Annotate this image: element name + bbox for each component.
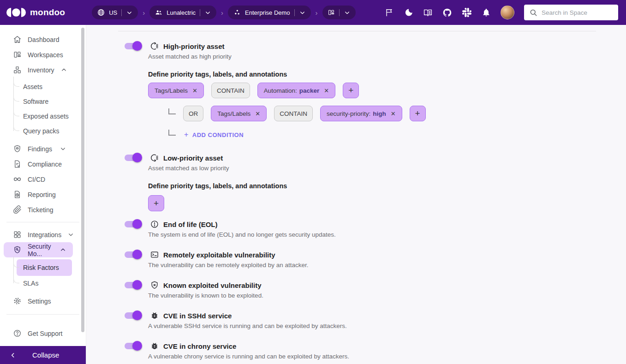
risk-toggle[interactable] [124,280,142,290]
sidebar-item-label: Findings [28,145,52,153]
sidebar-item-slas[interactable]: SLAs [0,276,86,291]
risk-description: Asset matched as high priority [148,53,596,61]
pill-divider [121,9,122,16]
sidebar-item-software[interactable]: Software [0,94,86,109]
risk-factors-page: High-priority asset Asset matched as hig… [86,25,626,364]
chevron-down-icon[interactable] [344,9,351,16]
risk-factor-remotely-exploitable: Remotely exploitable vulnerability The v… [118,249,596,270]
mondoo-logo[interactable]: mondoo [6,7,65,18]
chevron-down-icon[interactable] [126,9,133,16]
sidebar-item-security-monitoring[interactable]: Security Mo... [4,242,73,257]
organization-selector[interactable]: Lunalectric [149,6,216,19]
dark-mode-moon-icon[interactable] [404,8,413,18]
add-value-button[interactable]: + [343,83,359,98]
home-icon [13,35,22,44]
add-condition-button[interactable]: +ADD CONDITION [184,131,244,139]
field-chip[interactable]: Tags/Labels✕ [211,106,267,121]
remove-icon[interactable]: ✕ [324,87,329,94]
condition-row: Tags/Labels✕ CONTAIN Automation:packer✕ … [148,83,596,98]
workspaces-icon [13,50,22,59]
add-condition-plus-button[interactable]: + [148,195,164,211]
alert-circle-icon [150,220,159,229]
globe-icon [97,8,105,17]
join-chip[interactable]: OR [183,106,203,121]
breadcrumb-separator: › [143,9,145,17]
sidebar-item-workspaces[interactable]: Workspaces [0,47,86,62]
field-chip[interactable]: Tags/Labels✕ [148,83,204,98]
user-avatar[interactable] [501,6,514,19]
sidebar-item-ticketing[interactable]: Ticketing [0,202,86,217]
priority-high-icon [150,42,159,51]
slack-icon[interactable] [462,8,471,18]
flag-icon[interactable] [384,8,394,18]
operator-chip[interactable]: CONTAIN [211,83,250,98]
workspace-selector[interactable] [322,6,356,19]
topbar-actions [384,5,618,20]
integrations-apps-icon [13,230,22,239]
plus-icon: + [184,131,189,139]
region-selector[interactable]: US [92,6,138,19]
collapse-button[interactable]: Collapse [0,346,86,364]
risk-toggle[interactable] [124,341,142,351]
notifications-bell-icon[interactable] [481,8,491,18]
pill-divider [200,9,200,16]
risk-title: Low-priority asset [163,154,223,162]
help-circle-icon [13,329,22,338]
sidebar-item-inventory[interactable]: Inventory [0,62,86,78]
risk-title: Known exploited vulnerability [163,281,262,289]
sidebar-item-risk-factors[interactable]: Risk Factors [0,259,86,276]
operator-chip[interactable]: CONTAIN [274,106,313,121]
sidebar-item-label: Integrations [28,231,61,239]
add-value-button[interactable]: + [410,106,426,121]
sidebar-item-get-support[interactable]: Get Support [0,326,86,341]
pill-divider [339,9,340,16]
risk-toggle[interactable] [124,250,142,260]
space-selector[interactable]: Enterprise Demo [228,6,311,19]
remove-icon[interactable]: ✕ [192,87,197,94]
risk-factor-high-priority-asset: High-priority asset Asset matched as hig… [118,41,596,138]
bug-icon [150,311,159,320]
value-chip[interactable]: security-priority:high✕ [320,106,402,121]
remove-icon[interactable]: ✕ [391,110,396,117]
breadcrumb-separator: › [221,9,223,17]
risk-factor-low-priority-asset: Low-priority asset Asset matched as low … [118,152,596,211]
space-search[interactable] [524,5,618,20]
remove-icon[interactable]: ✕ [255,110,260,117]
sidebar-item-settings[interactable]: Settings [0,293,86,309]
workspace-grid-icon [328,9,335,16]
risk-factor-cve-chrony: CVE in chrony service A vulnerable chron… [118,340,596,361]
docs-book-icon[interactable] [423,8,433,18]
tree-corner [168,108,176,114]
chevron-down-icon[interactable] [299,9,306,16]
value-chip[interactable]: Automation:packer✕ [257,83,336,98]
sidebar-item-reporting[interactable]: Reporting [0,187,86,202]
sidebar-item-exposed-assets[interactable]: Exposed assets [0,109,86,124]
top-bar: mondoo US › Lunalectric › Enterprise Dem… [0,0,626,25]
risk-toggle[interactable] [124,41,142,51]
define-conditions-heading: Define priority tags, labels, and annota… [148,71,596,79]
chevron-down-icon[interactable] [204,9,211,16]
sidebar-item-assets[interactable]: Assets [0,79,86,94]
sidebar-item-query-packs[interactable]: Query packs [0,124,86,138]
sidebar-scrollbar[interactable] [81,28,84,332]
priority-low-icon [150,153,159,162]
sidebar: Dashboard Workspaces Inventory Assets So… [0,25,86,364]
sidebar-item-dashboard[interactable]: Dashboard [0,32,86,47]
breadcrumb: US › Lunalectric › Enterprise Demo › [92,6,355,19]
risk-description: A vulnerable SSHd service is running and… [148,322,596,331]
sidebar-item-cicd[interactable]: CI/CD [0,172,86,187]
condition-row-nested: OR Tags/Labels✕ CONTAIN security-priorit… [168,106,596,121]
sidebar-item-findings[interactable]: Findings [0,141,86,156]
risk-toggle[interactable] [124,310,142,321]
risk-toggle[interactable] [124,219,142,229]
sidebar-item-integrations[interactable]: Integrations [0,227,86,242]
space-label: Enterprise Demo [245,9,290,16]
sidebar-item-compliance[interactable]: Compliance [0,156,86,172]
github-icon[interactable] [442,8,452,18]
chevron-down-icon [67,231,74,238]
tree-corner [168,130,176,136]
risk-toggle[interactable] [124,153,142,163]
space-search-input[interactable] [542,9,613,16]
region-label: US [109,9,117,16]
paperclip-icon [13,205,22,214]
